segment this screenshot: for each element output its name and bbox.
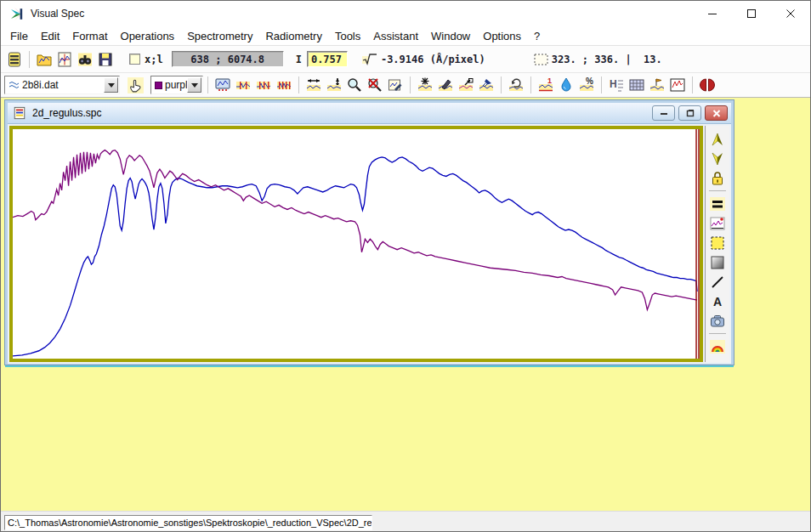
percent-curve-button[interactable]: % bbox=[576, 76, 597, 95]
zoom-button[interactable] bbox=[344, 76, 365, 95]
menu-item[interactable]: Operations bbox=[115, 28, 181, 44]
shift-vertical-icon bbox=[326, 76, 343, 93]
file-select-value: 2b8i.dat bbox=[20, 79, 104, 91]
camera-icon bbox=[709, 313, 726, 330]
text-tool-button[interactable]: A bbox=[707, 291, 728, 311]
line-tool-button[interactable] bbox=[707, 272, 728, 291]
separator bbox=[501, 76, 502, 93]
display-spectrum-button[interactable] bbox=[213, 76, 233, 95]
xl-label: x;l bbox=[145, 54, 163, 65]
camera-button[interactable] bbox=[707, 311, 728, 331]
periodic-table-icon bbox=[628, 76, 645, 93]
arrow-up-button[interactable] bbox=[707, 129, 728, 149]
split-red-icon bbox=[699, 76, 716, 93]
gradient-square-button[interactable] bbox=[707, 252, 728, 272]
normalize-one-icon: 1 bbox=[537, 76, 554, 93]
graph-page-icon bbox=[56, 51, 73, 68]
menubar: FileEditFormatOperationsSpectrometryRadi… bbox=[1, 26, 810, 46]
coordinate-value: 638 ; 6074.8 bbox=[190, 54, 264, 65]
maximize-button[interactable] bbox=[732, 2, 771, 26]
status-path: C:\_Thomas\Astronomie\Astronomie_sonstig… bbox=[4, 515, 372, 530]
color-select[interactable]: purpleF bbox=[150, 76, 203, 94]
hand-pick-button[interactable] bbox=[125, 76, 145, 95]
menu-item[interactable]: Spectrometry bbox=[181, 28, 258, 44]
data-sheet-button[interactable] bbox=[4, 49, 25, 70]
menu-item[interactable]: ? bbox=[528, 28, 546, 44]
minimize-button[interactable] bbox=[693, 2, 732, 26]
profile-lines-1-button[interactable] bbox=[233, 76, 253, 95]
h-lines-button[interactable]: H bbox=[606, 76, 627, 95]
unzoom-button[interactable] bbox=[365, 76, 385, 95]
edit-page-button[interactable] bbox=[385, 76, 406, 95]
intensity-display[interactable]: 0.757 bbox=[307, 51, 348, 67]
edit-page-icon bbox=[387, 76, 404, 93]
statusbar: C:\_Thomas\Astronomie\Astronomie_sonstig… bbox=[1, 511, 810, 532]
color-select-dropdown[interactable] bbox=[187, 77, 201, 93]
coordinate-display[interactable]: 638 ; 6074.8 bbox=[172, 51, 284, 67]
maximize-icon bbox=[746, 8, 757, 20]
clean-brush-button[interactable] bbox=[476, 76, 496, 95]
xl-checkbox[interactable] bbox=[129, 54, 140, 65]
open-profile-button[interactable] bbox=[34, 49, 54, 70]
child-close-button[interactable] bbox=[705, 105, 728, 121]
spectrum-window[interactable]: 2d_regulus.spc bbox=[5, 100, 734, 365]
menu-item[interactable]: Tools bbox=[329, 28, 366, 44]
menu-item[interactable]: Radiometry bbox=[259, 28, 327, 44]
binoculars-icon bbox=[77, 51, 94, 68]
undo-curve-button[interactable] bbox=[506, 76, 526, 95]
menu-item[interactable]: File bbox=[4, 28, 34, 44]
split-red-button[interactable] bbox=[697, 76, 717, 95]
water-drop-icon bbox=[558, 76, 575, 93]
arrow-down-button[interactable] bbox=[707, 149, 728, 168]
menu-item[interactable]: Assistant bbox=[367, 28, 424, 44]
window-title: Visual Spec bbox=[31, 8, 693, 20]
crop-spider-button[interactable] bbox=[415, 76, 435, 95]
file-select[interactable]: 2b8i.dat bbox=[4, 76, 120, 94]
profile-lines-3-button[interactable] bbox=[274, 76, 294, 95]
app-icon bbox=[9, 7, 24, 21]
export-arrow-button[interactable] bbox=[456, 76, 476, 95]
svg-text:A: A bbox=[713, 295, 722, 308]
profile-lines-2-button[interactable] bbox=[253, 76, 274, 95]
file-select-dropdown[interactable] bbox=[104, 77, 118, 93]
chevron-down-icon bbox=[108, 83, 115, 88]
series-spectrum-purple bbox=[13, 150, 697, 310]
spectrum-chart[interactable] bbox=[9, 126, 703, 362]
display-spectrum-icon bbox=[214, 76, 231, 93]
file-wave-icon bbox=[8, 79, 20, 91]
framed-spectrum-button[interactable] bbox=[667, 76, 688, 95]
child-minimize-button[interactable] bbox=[652, 105, 675, 121]
menu-item[interactable]: Format bbox=[66, 28, 113, 44]
save-button[interactable] bbox=[95, 49, 116, 70]
lock-button[interactable] bbox=[707, 168, 728, 188]
flag-curve-button[interactable] bbox=[647, 76, 667, 95]
separator bbox=[709, 333, 726, 334]
spectrum-plot[interactable] bbox=[13, 129, 700, 359]
shift-vertical-button[interactable] bbox=[324, 76, 344, 95]
profile-lines-2-icon bbox=[255, 76, 272, 93]
h-lines-icon: H bbox=[608, 76, 625, 93]
menu-item[interactable]: Edit bbox=[35, 28, 65, 44]
spectrum-window-titlebar[interactable]: 2d_regulus.spc bbox=[8, 103, 731, 124]
dashed-square-icon bbox=[709, 235, 726, 252]
titlebar: Visual Spec bbox=[1, 1, 810, 26]
periodic-table-button[interactable] bbox=[627, 76, 647, 95]
binoculars-button[interactable] bbox=[75, 49, 95, 70]
shift-horizontal-button[interactable] bbox=[303, 76, 324, 95]
dashed-square-button[interactable] bbox=[707, 233, 728, 252]
chart-marker-button[interactable] bbox=[707, 213, 728, 233]
separator bbox=[207, 76, 208, 93]
draw-pencil-button[interactable] bbox=[435, 76, 456, 95]
rainbow-button[interactable] bbox=[707, 337, 728, 356]
equals-button[interactable] bbox=[707, 194, 728, 213]
water-drop-button[interactable] bbox=[556, 76, 576, 95]
clean-brush-icon bbox=[478, 76, 495, 93]
child-restore-button[interactable] bbox=[678, 105, 701, 121]
menu-item[interactable]: Window bbox=[425, 28, 476, 44]
flag-curve-icon bbox=[649, 76, 666, 93]
graph-page-button[interactable] bbox=[54, 49, 75, 70]
menu-item[interactable]: Options bbox=[477, 28, 527, 44]
intensity-value: 0.757 bbox=[311, 54, 342, 65]
close-button[interactable] bbox=[771, 2, 810, 26]
normalize-one-button[interactable]: 1 bbox=[536, 76, 556, 95]
